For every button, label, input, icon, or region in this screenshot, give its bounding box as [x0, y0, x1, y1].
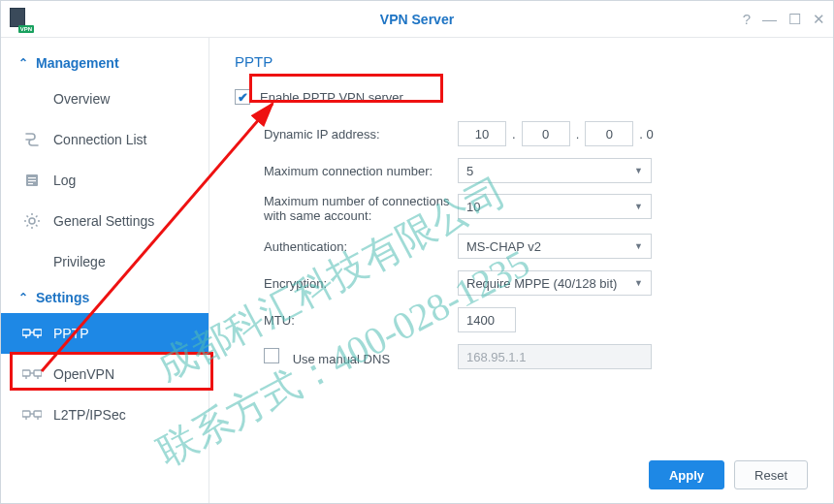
privilege-icon: [22, 252, 42, 271]
sidebar-item-log[interactable]: Log: [1, 160, 208, 201]
max-conn-same-row: Maximum number of connections with same …: [235, 194, 808, 223]
enable-pptp-label: Enable PPTP VPN server: [260, 90, 403, 105]
sidebar-item-privilege[interactable]: Privilege: [1, 241, 208, 282]
auth-row: Authentication: MS-CHAP v2 ▼: [235, 233, 808, 260]
auth-value: MS-CHAP v2: [466, 239, 541, 254]
svg-point-4: [29, 218, 35, 224]
svg-rect-11: [34, 370, 42, 376]
chevron-up-icon: ⌃: [18, 291, 28, 304]
enable-pptp-checkbox[interactable]: ✔: [235, 89, 250, 105]
mtu-label: MTU:: [264, 313, 458, 328]
connection-list-icon: [22, 130, 42, 149]
section-label-management: Management: [36, 55, 119, 71]
section-header-settings[interactable]: ⌃ Settings: [1, 282, 208, 313]
sidebar-item-label: Overview: [53, 91, 191, 107]
sidebar-item-label: L2TP/IPSec: [53, 407, 191, 423]
enc-select[interactable]: Require MPPE (40/128 bit) ▼: [458, 270, 652, 296]
ip-octet-4-static: . 0: [639, 127, 653, 142]
chevron-down-icon: ▼: [634, 241, 643, 251]
help-icon[interactable]: ?: [743, 11, 751, 27]
max-conn-same-value: 10: [466, 200, 480, 214]
window-title: VPN Server: [1, 12, 833, 27]
dynamic-ip-label: Dynamic IP address:: [264, 127, 458, 142]
titlebar: VPN VPN Server ? — ☐ ✕: [1, 1, 833, 38]
sidebar-item-label: General Settings: [53, 213, 191, 229]
section-header-management[interactable]: ⌃ Management: [1, 47, 208, 79]
minimize-icon[interactable]: —: [762, 11, 777, 27]
openvpn-icon: [22, 364, 42, 384]
sidebar-item-label: Privilege: [53, 254, 191, 269]
sidebar-item-l2tp[interactable]: L2TP/IPSec: [1, 394, 208, 435]
l2tp-icon: [22, 405, 42, 425]
manual-dns-row: Use manual DNS: [235, 343, 808, 370]
sidebar-item-label: Log: [53, 173, 191, 188]
svg-rect-10: [22, 370, 30, 376]
max-conn-same-select[interactable]: 10 ▼: [458, 194, 652, 219]
sidebar-item-connection-list[interactable]: Connection List: [1, 119, 208, 160]
main-panel: PPTP ✔ Enable PPTP VPN server Dynamic IP…: [209, 38, 833, 503]
close-icon[interactable]: ✕: [813, 11, 825, 28]
page-heading: PPTP: [235, 53, 808, 70]
ip-octet-1[interactable]: [458, 121, 506, 146]
svg-rect-6: [34, 330, 42, 335]
manual-dns-label-wrap: Use manual DNS: [264, 348, 458, 366]
enable-pptp-row: ✔ Enable PPTP VPN server: [235, 83, 808, 110]
manual-dns-input: [458, 344, 652, 369]
sidebar-item-label: PPTP: [53, 326, 191, 341]
manual-dns-checkbox[interactable]: [264, 348, 279, 363]
sidebar: ⌃ Management Overview Connection List Lo…: [1, 38, 209, 503]
sidebar-item-openvpn[interactable]: OpenVPN: [1, 354, 208, 394]
svg-rect-16: [34, 411, 42, 417]
ip-octet-2[interactable]: [522, 121, 570, 146]
auth-select[interactable]: MS-CHAP v2 ▼: [458, 234, 652, 259]
overview-icon: [22, 89, 42, 109]
reset-button[interactable]: Reset: [734, 460, 808, 489]
chevron-down-icon: ▼: [634, 202, 643, 211]
enc-label: Encryption:: [264, 276, 458, 291]
auth-label: Authentication:: [264, 239, 458, 254]
pptp-icon: [22, 324, 42, 343]
gear-icon: [22, 211, 42, 231]
sidebar-item-pptp[interactable]: PPTP: [1, 313, 208, 354]
max-conn-select[interactable]: 5 ▼: [458, 158, 652, 183]
svg-rect-15: [22, 411, 30, 417]
sidebar-item-general-settings[interactable]: General Settings: [1, 201, 208, 241]
sidebar-item-label: Connection List: [53, 132, 191, 147]
log-icon: [22, 171, 42, 190]
mtu-row: MTU:: [235, 306, 808, 333]
mtu-input[interactable]: [458, 307, 516, 332]
max-conn-value: 5: [466, 164, 473, 178]
sidebar-item-label: OpenVPN: [53, 366, 191, 382]
dynamic-ip-row: Dynamic IP address: . . . 0: [235, 120, 808, 147]
max-conn-same-label: Maximum number of connections with same …: [264, 194, 458, 223]
svg-rect-3: [28, 183, 33, 184]
max-conn-label: Maximum connection number:: [264, 164, 458, 178]
manual-dns-label: Use manual DNS: [293, 352, 390, 366]
chevron-down-icon: ▼: [634, 166, 643, 175]
svg-rect-1: [28, 177, 36, 178]
section-label-settings: Settings: [36, 290, 89, 305]
ip-octet-3[interactable]: [585, 121, 633, 146]
maximize-icon[interactable]: ☐: [788, 11, 801, 28]
chevron-down-icon: ▼: [634, 278, 643, 288]
enc-row: Encryption: Require MPPE (40/128 bit) ▼: [235, 269, 808, 297]
max-conn-row: Maximum connection number: 5 ▼: [235, 157, 808, 184]
svg-rect-5: [22, 330, 30, 335]
sidebar-item-overview[interactable]: Overview: [1, 79, 208, 119]
enc-value: Require MPPE (40/128 bit): [466, 276, 617, 291]
app-icon: VPN: [9, 8, 32, 31]
chevron-up-icon: ⌃: [18, 56, 28, 70]
apply-button[interactable]: Apply: [649, 460, 724, 489]
svg-rect-2: [28, 180, 36, 181]
